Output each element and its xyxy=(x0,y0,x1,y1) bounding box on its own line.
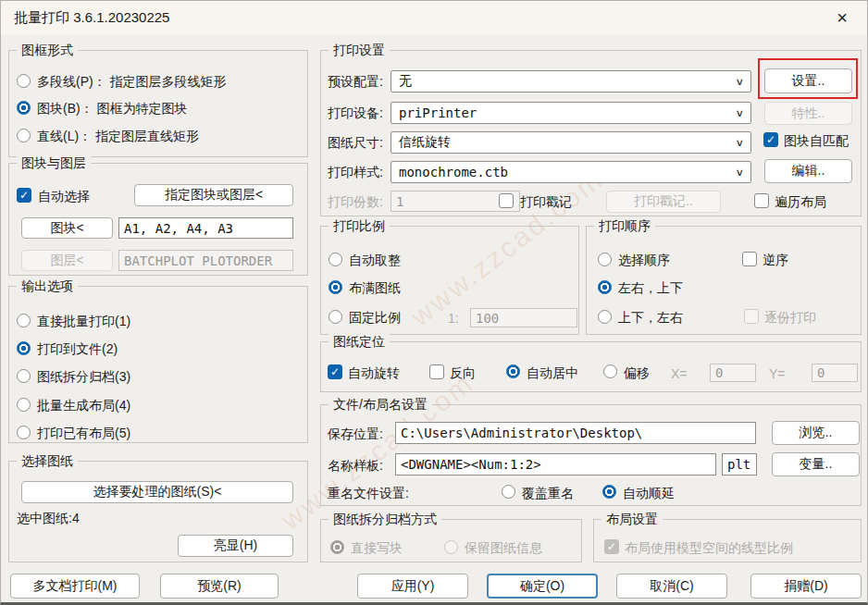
extension-input[interactable] xyxy=(722,453,757,475)
layout-linetype-scale-checkbox: ✓ xyxy=(604,539,619,554)
donate-button[interactable]: 捐赠(D) xyxy=(750,574,862,599)
radio-offset-label: 偏移 xyxy=(624,364,650,381)
titlebar: 批量打印 3.6.1.20230225 × xyxy=(1,1,867,34)
radio-auto-sequence-label: 自动顺延 xyxy=(623,485,675,501)
radio-keep-sheet-info-label: 保留图纸信息 xyxy=(465,539,542,556)
preset-select[interactable]: 无 ∨ xyxy=(391,70,751,93)
radio-auto-sequence[interactable] xyxy=(602,485,616,499)
apply-button[interactable]: 应用(Y) xyxy=(357,574,468,599)
radio-keep-sheet-info xyxy=(444,540,458,554)
iterate-layouts-label: 遍历布局 xyxy=(775,193,826,210)
radio-auto-round-scale[interactable] xyxy=(329,253,342,266)
radio-auto-center[interactable] xyxy=(506,364,520,378)
cancel-button[interactable]: 取消(C) xyxy=(616,574,727,599)
stamp-settings-button: 打印戳记.. xyxy=(606,191,721,213)
radio-selection-order[interactable] xyxy=(598,253,612,266)
radio-print-to-file[interactable] xyxy=(17,341,31,355)
batch-print-dialog: www.zzcad.com www.zzcad.com 批量打印 3.6.1.2… xyxy=(0,0,868,605)
radio-polyline-label: 多段线(P)： 指定图层多段线矩形 xyxy=(37,73,227,90)
check-icon: ✓ xyxy=(764,133,777,146)
group-frame-form: 图框形式 多段线(P)： 指定图层多段线矩形 图块(B)： 图框为特定图块 直线… xyxy=(8,50,308,157)
reverse-order-label: 逆序 xyxy=(763,252,788,268)
radio-fixed-scale[interactable] xyxy=(329,310,342,324)
group-print-order-legend: 打印顺序 xyxy=(594,217,655,235)
check-icon: ✓ xyxy=(329,365,341,378)
radio-top-bottom-left-right-label: 上下，左右 xyxy=(618,309,683,326)
group-block-layer: 图块与图层 ✓ 自动选择 指定图块或图层< 图块< 图层< xyxy=(8,163,308,276)
group-file-naming-legend: 文件/布局名设置 xyxy=(329,396,432,414)
radio-offset[interactable] xyxy=(603,364,617,378)
preview-button[interactable]: 预览(R) xyxy=(160,574,279,599)
auto-select-checkbox[interactable]: ✓ xyxy=(17,188,31,203)
plot-style-select[interactable]: monochrome.ctb ∨ xyxy=(391,161,751,183)
device-label: 打印设备: xyxy=(328,105,383,121)
offset-y-input xyxy=(812,364,858,382)
group-print-scale-legend: 打印比例 xyxy=(329,217,390,235)
block-button[interactable]: 图块< xyxy=(21,217,113,239)
group-layout-settings-legend: 布局设置 xyxy=(601,511,663,528)
radio-auto-center-label: 自动居中 xyxy=(527,364,578,381)
highlight-button[interactable]: 亮显(H) xyxy=(178,535,293,557)
copies-label: 打印份数: xyxy=(328,193,383,210)
browse-button[interactable]: 浏览.. xyxy=(772,421,860,445)
block-auto-match-checkbox[interactable]: ✓ xyxy=(763,132,778,147)
radio-auto-round-scale-label: 自动取整 xyxy=(349,252,401,268)
radio-direct-batch-print[interactable] xyxy=(17,314,31,327)
group-block-layer-legend: 图块与图层 xyxy=(17,154,91,172)
offset-x-input xyxy=(710,364,756,382)
radio-block-frame[interactable] xyxy=(17,101,31,115)
save-location-input[interactable] xyxy=(395,422,756,444)
edit-button[interactable]: 编辑.. xyxy=(764,159,852,183)
auto-rotate-label: 自动旋转 xyxy=(348,364,400,381)
block-names-input[interactable] xyxy=(118,217,293,239)
mirror-checkbox[interactable] xyxy=(429,364,444,379)
plot-style-value: monochrome.ctb xyxy=(399,165,508,179)
collate-checkbox xyxy=(744,309,759,324)
window-title: 批量打印 3.6.1.20230225 xyxy=(14,1,169,34)
group-print-order: 打印顺序 选择顺序 逆序 左右，上下 上下，左右 逐份打印 xyxy=(586,226,862,335)
stamp-checkbox[interactable] xyxy=(499,193,514,208)
radio-top-bottom-left-right[interactable] xyxy=(598,310,612,324)
group-frame-form-legend: 图框形式 xyxy=(17,42,78,59)
radio-split-archive[interactable] xyxy=(17,369,31,383)
group-output-options-legend: 输出选项 xyxy=(17,278,78,295)
reverse-order-checkbox[interactable] xyxy=(742,252,757,266)
radio-polyline[interactable] xyxy=(17,74,31,88)
group-split-archive-legend: 图纸拆分归档方式 xyxy=(329,511,441,528)
ok-button[interactable]: 确定(O) xyxy=(487,574,598,599)
radio-print-existing-layout[interactable] xyxy=(17,426,31,439)
chevron-down-icon: ∨ xyxy=(736,107,744,119)
radio-left-right-top-bottom[interactable] xyxy=(598,280,612,294)
variable-button[interactable]: 变量.. xyxy=(772,452,860,476)
plot-style-label: 打印样式: xyxy=(328,164,383,180)
radio-selection-order-label: 选择顺序 xyxy=(618,252,670,268)
specify-block-layer-button[interactable]: 指定图块或图层< xyxy=(134,184,293,206)
radio-overwrite-duplicate-label: 覆盖重名 xyxy=(522,485,574,501)
group-print-settings: 打印设置 预设配置: 无 ∨ 打印设备: priPrinter ∨ 图纸尺寸: … xyxy=(320,50,862,216)
group-print-scale: 打印比例 自动取整 布满图纸 固定比例 1: xyxy=(320,226,579,335)
group-select-sheets: 选择图纸 选择要处理的图纸(S)< 选中图纸:4 亮显(H) xyxy=(8,461,308,562)
radio-write-block-label: 直接写块 xyxy=(351,539,403,556)
radio-overwrite-duplicate[interactable] xyxy=(502,485,515,499)
auto-rotate-checkbox[interactable]: ✓ xyxy=(328,364,342,379)
radio-line[interactable] xyxy=(17,129,31,142)
radio-fit-paper-label: 布满图纸 xyxy=(349,279,401,296)
iterate-layouts-checkbox[interactable] xyxy=(754,193,769,208)
radio-batch-create-layout[interactable] xyxy=(17,398,31,412)
group-print-settings-legend: 打印设置 xyxy=(329,42,390,59)
settings-button[interactable]: 设置.. xyxy=(764,68,852,93)
close-button[interactable]: × xyxy=(823,3,862,32)
device-select[interactable]: priPrinter ∨ xyxy=(391,102,751,124)
group-split-archive: 图纸拆分归档方式 直接写块 保留图纸信息 xyxy=(320,519,582,562)
auto-select-label: 自动选择 xyxy=(38,188,90,204)
paper-size-select[interactable]: 信纸旋转 ∨ xyxy=(391,131,751,154)
device-value: priPrinter xyxy=(399,105,477,120)
scale-ratio-label: 1: xyxy=(448,310,459,327)
selected-count-label: 选中图纸:4 xyxy=(17,510,80,526)
scale-ratio-input xyxy=(470,308,577,327)
name-template-input[interactable] xyxy=(395,453,716,475)
radio-fit-paper[interactable] xyxy=(329,280,342,294)
paper-size-value: 信纸旋转 xyxy=(399,134,451,151)
multi-doc-print-button[interactable]: 多文档打印(M) xyxy=(10,574,140,599)
select-sheets-button[interactable]: 选择要处理的图纸(S)< xyxy=(21,481,293,503)
